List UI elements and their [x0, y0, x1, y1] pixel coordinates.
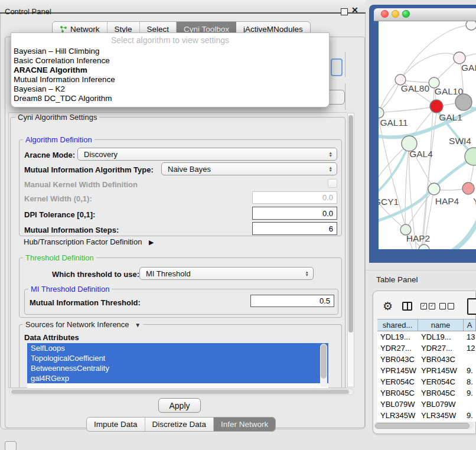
table-row[interactable]: YBR045CYBR045C9. [377, 387, 476, 399]
tab-label: Impute Data [94, 420, 138, 429]
sources-title-text: Sources for Network Inference [25, 320, 129, 329]
which-threshold-combo[interactable]: MI Threshold ▲▼ [139, 267, 314, 280]
node-attribute-table[interactable]: shared...nameA YDL19...YDL19...13YDR27..… [377, 319, 476, 422]
hub-definition-expander[interactable]: Hub/Transcription Factor Definition ▶ [24, 237, 154, 246]
table-column-header[interactable]: shared... [377, 319, 418, 331]
attribute-list-item[interactable]: gal4RGexp [27, 373, 328, 383]
apply-button[interactable]: Apply [158, 398, 201, 413]
network-edge[interactable] [406, 189, 434, 230]
algorithm-option[interactable]: Basic Correlation Inference [11, 56, 329, 66]
manual-kernel-checkbox[interactable] [328, 179, 337, 188]
mi-threshold-input[interactable]: 0.5 [250, 295, 334, 307]
gear-icon[interactable]: ⚙ [383, 299, 393, 313]
checked-checkbox-icon[interactable]: ✓ [429, 303, 435, 309]
table-cell: YBR045C [418, 389, 464, 397]
table-cell: YER054C [377, 377, 418, 386]
focused-combo-fragment [331, 58, 343, 76]
table-cell: 12 [464, 344, 476, 353]
dpi-tolerance-input[interactable]: 0.0 [252, 207, 337, 220]
settings-vscrollbar-thumb[interactable] [348, 115, 353, 332]
network-node[interactable] [466, 21, 476, 30]
table-panel-title: Table Panel [376, 275, 418, 284]
network-node[interactable] [419, 244, 429, 249]
table-cell: YDR27... [377, 344, 418, 353]
tab-impute-data[interactable]: Impute Data [87, 418, 145, 431]
attribute-list-item[interactable]: TopologicalCoefficient [27, 353, 328, 363]
aracne-mode-value: Discovery [84, 150, 118, 159]
settings-vertical-scrollbar[interactable] [347, 113, 354, 387]
algorithm-option[interactable]: Bayesian – Hill Climbing [11, 47, 329, 56]
aracne-mode-label: Aracne Mode: [24, 151, 75, 159]
attributes-scrollbar-thumb[interactable] [321, 344, 327, 379]
unchecked-checkbox-icon[interactable] [448, 303, 454, 309]
which-threshold-label: Which threshold to use: [52, 270, 139, 279]
network-node-y[interactable] [462, 182, 474, 194]
table-row[interactable]: YBL079WYBL079W [377, 399, 476, 410]
network-node-label: GAL10 [435, 86, 464, 96]
tab-discretize-data[interactable]: Discretize Data [145, 418, 214, 431]
network-node-hap4[interactable] [428, 183, 440, 195]
table-panel-separator [366, 270, 476, 270]
page-icon[interactable] [467, 298, 476, 315]
algorithm-option[interactable]: Dream8 DC_TDC Algorithm [11, 94, 329, 103]
network-node-gal[interactable] [454, 52, 465, 64]
attribute-list-item[interactable]: SelfLoops [27, 343, 328, 353]
data-attributes-list[interactable]: SelfLoopsTopologicalCoefficientBetweenne… [27, 343, 328, 388]
tab-label: Infer Network [221, 420, 268, 429]
float-window-icon[interactable] [341, 8, 348, 15]
table-cell: 9. [464, 411, 476, 420]
table-row[interactable]: YDR27...YDR27...12 [377, 343, 476, 354]
network-node-gal1[interactable] [430, 100, 443, 113]
network-node[interactable] [455, 94, 472, 110]
network-edge-thick[interactable] [379, 158, 472, 223]
threshold-definition-title: Threshold Definition [23, 253, 96, 262]
network-edge[interactable] [379, 106, 436, 113]
manual-kernel-label: Manual Kernel Width Definition [24, 180, 138, 189]
network-node-label: Y [473, 196, 476, 206]
kernel-width-input[interactable]: 0.0 [252, 191, 337, 204]
close-traffic-light[interactable] [381, 10, 389, 18]
dpi-tolerance-label: DPI Tolerance [0,1]: [24, 210, 95, 219]
table-column-header[interactable]: A [464, 319, 476, 331]
columns-icon[interactable] [402, 302, 412, 311]
table-row[interactable]: YDL19...YDL19...13 [377, 331, 476, 343]
network-edge[interactable] [379, 80, 400, 113]
algorithm-option[interactable]: ARACNE Algorithm [11, 66, 329, 75]
table-row[interactable]: YER054CYER054C8. [377, 376, 476, 387]
settings-hscrollbar-thumb[interactable] [11, 390, 349, 394]
unchecked-checkbox-icon[interactable] [439, 303, 446, 309]
attribute-list-item[interactable]: BetweennessCentrality [27, 363, 328, 373]
mi-algorithm-type-combo[interactable]: Naive Bayes ▲▼ [161, 162, 337, 175]
bottom-tabbar: Impute DataDiscretize DataInfer Network [86, 417, 276, 432]
table-column-header[interactable]: name [418, 319, 464, 331]
close-icon[interactable]: ✕ [351, 5, 358, 15]
table-row[interactable]: YBR043CYBR043C [377, 354, 476, 365]
checked-checkbox-icon[interactable]: ✓ [420, 303, 427, 309]
sources-group-title[interactable]: Sources for Network Inference ▼ [23, 320, 143, 330]
table-horizontal-scrollbar[interactable] [374, 422, 474, 429]
aracne-mode-combo[interactable]: Discovery ▲▼ [77, 148, 337, 161]
algorithm-definition-group: Algorithm Definition Aracne Mode: Discov… [19, 139, 342, 236]
table-header-row: shared...nameA [377, 319, 476, 331]
table-row[interactable]: YPR145WYPR145W9. [377, 365, 476, 376]
table-hscrollbar-thumb[interactable] [375, 423, 470, 429]
zoom-traffic-light[interactable] [402, 10, 410, 18]
minimize-traffic-light[interactable] [392, 10, 399, 18]
which-threshold-value: MI Threshold [146, 269, 191, 278]
table-row[interactable]: YLR345WYLR345W9. [377, 410, 476, 421]
attributes-list-scrollbar[interactable] [320, 344, 327, 387]
network-canvas[interactable]: GALGAL80GAL10GAL1GAL11SWI4GAL4GCY1HAP4YH… [379, 21, 476, 249]
algorithm-option[interactable]: Mutual Information Inference [11, 75, 329, 84]
mi-steps-input[interactable]: 6 [252, 222, 337, 235]
settings-horizontal-scrollbar[interactable] [9, 389, 354, 395]
data-attributes-label: Data Attributes [24, 333, 79, 342]
kernel-width-label: Kernel Width (0,1): [24, 194, 92, 203]
algorithm-dropdown-popup: Select algorithm to view settings Bayesi… [11, 32, 330, 107]
algorithm-option[interactable]: Bayesian – K2 [11, 84, 329, 94]
network-node-gal11[interactable] [379, 107, 384, 118]
tab-infer-network[interactable]: Infer Network [214, 418, 275, 431]
minimized-panel-icon[interactable] [5, 441, 17, 450]
network-edge-thick[interactable] [438, 216, 476, 249]
network-window-titlebar[interactable] [374, 8, 476, 21]
mi-type-value: Naive Bayes [168, 165, 211, 174]
